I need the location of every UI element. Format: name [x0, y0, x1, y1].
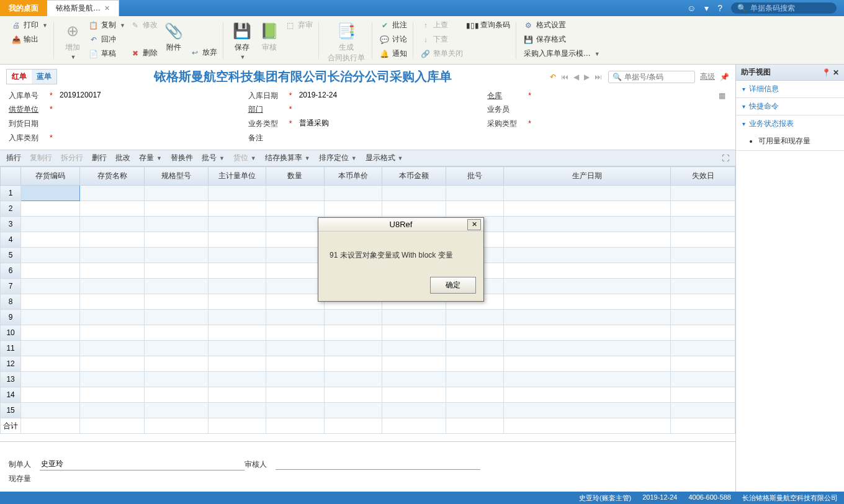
- grid-cell[interactable]: [21, 403, 80, 418]
- grid-cell[interactable]: [504, 279, 671, 294]
- gen-contract-button[interactable]: 📑生成 合同执行单: [324, 19, 369, 66]
- grid-cell[interactable]: [144, 263, 208, 279]
- notify-button[interactable]: 🔔通知: [377, 47, 410, 60]
- grid-cell[interactable]: [144, 294, 208, 310]
- dropdown-icon[interactable]: ▾: [704, 3, 709, 13]
- abandon-button[interactable]: ↩放弃: [187, 46, 220, 59]
- grid-cell[interactable]: [266, 294, 324, 310]
- grid-cell[interactable]: [144, 232, 208, 248]
- grid-cell[interactable]: [144, 310, 208, 325]
- grid-cell[interactable]: [21, 325, 80, 341]
- grid-cell[interactable]: [21, 372, 80, 387]
- col-proddate[interactable]: 生产日期: [504, 167, 671, 186]
- grid-cell[interactable]: [209, 279, 266, 294]
- nav-last-icon[interactable]: ⏭: [593, 71, 603, 83]
- top-search-box[interactable]: 🔍: [731, 2, 837, 14]
- grid-cell[interactable]: [671, 341, 735, 356]
- grid-cell[interactable]: [209, 387, 266, 403]
- table-row[interactable]: 12: [1, 356, 735, 372]
- grid-cell[interactable]: [382, 403, 446, 418]
- grid-cell[interactable]: [266, 217, 324, 232]
- receipt-cat-field[interactable]: [58, 132, 248, 143]
- row-number[interactable]: 12: [1, 356, 21, 372]
- grid-cell[interactable]: [21, 279, 80, 294]
- grid-cell[interactable]: [266, 232, 324, 248]
- grid-cell[interactable]: [382, 310, 446, 325]
- grid-cell[interactable]: [504, 310, 671, 325]
- col-spec[interactable]: 规格型号: [144, 167, 208, 186]
- col-code[interactable]: 存货编码: [21, 167, 80, 186]
- grid-cell[interactable]: [266, 372, 324, 387]
- grid-cell[interactable]: [144, 279, 208, 294]
- grid-cell[interactable]: [446, 356, 504, 372]
- grid-cell[interactable]: [144, 201, 208, 217]
- supplier-field[interactable]: [58, 104, 248, 115]
- receipt-date-field[interactable]: 2019-12-24: [298, 90, 488, 101]
- grid-cell[interactable]: [144, 217, 208, 232]
- delete-button[interactable]: ✖删除: [128, 47, 160, 60]
- display-template-select[interactable]: 采购入库单显示模…▼: [521, 47, 603, 60]
- table-row[interactable]: 13: [1, 372, 735, 387]
- grid-cell[interactable]: [144, 325, 208, 341]
- grid-cell[interactable]: [209, 403, 266, 418]
- grid-cell[interactable]: [209, 201, 266, 217]
- undo-red-button[interactable]: ↶回冲: [86, 33, 128, 46]
- grid-cell[interactable]: [671, 403, 735, 418]
- grid-cell[interactable]: [504, 248, 671, 263]
- grid-cell[interactable]: [80, 232, 144, 248]
- grid-cell[interactable]: [324, 325, 382, 341]
- grid-cell[interactable]: [446, 325, 504, 341]
- blue-doc-tab[interactable]: 蓝单: [32, 70, 56, 84]
- grid-cell[interactable]: [209, 248, 266, 263]
- col-amount[interactable]: 本币金额: [382, 167, 446, 186]
- grid-cell[interactable]: [21, 232, 80, 248]
- row-number[interactable]: 6: [1, 263, 21, 279]
- grid-cell[interactable]: [324, 387, 382, 403]
- grid-cell[interactable]: [504, 356, 671, 372]
- nav-undo-icon[interactable]: ↶: [549, 71, 557, 83]
- check-down-button[interactable]: ↓下查: [418, 33, 465, 46]
- save-button[interactable]: 💾保存▼: [228, 19, 256, 63]
- section-detail[interactable]: 详细信息: [736, 81, 844, 97]
- grid-cell[interactable]: [21, 341, 80, 356]
- auditor-field[interactable]: [276, 459, 480, 470]
- split-row-button[interactable]: 拆分行: [61, 153, 83, 163]
- pin-icon[interactable]: 📌: [720, 73, 729, 81]
- grid-cell[interactable]: [382, 186, 446, 201]
- grid-cell[interactable]: [266, 341, 324, 356]
- row-number[interactable]: 4: [1, 232, 21, 248]
- grid-cell[interactable]: [504, 263, 671, 279]
- grid-cell[interactable]: [266, 387, 324, 403]
- grid-cell[interactable]: [209, 263, 266, 279]
- col-expdate[interactable]: 失效日: [671, 167, 735, 186]
- grid-cell[interactable]: [671, 279, 735, 294]
- grid-cell[interactable]: [324, 310, 382, 325]
- grid-cell[interactable]: [671, 372, 735, 387]
- row-number[interactable]: 8: [1, 294, 21, 310]
- row-number[interactable]: 5: [1, 248, 21, 263]
- row-number[interactable]: 11: [1, 341, 21, 356]
- table-row[interactable]: 2: [1, 201, 735, 217]
- grid-cell[interactable]: [80, 201, 144, 217]
- grid-cell[interactable]: [382, 372, 446, 387]
- print-button[interactable]: 🖨打印▼: [9, 19, 50, 32]
- nav-prev-icon[interactable]: ◀: [572, 71, 580, 83]
- sort-button[interactable]: 排序定位▼: [319, 153, 357, 163]
- picker-icon[interactable]: ▦: [719, 91, 725, 100]
- discuss-button[interactable]: 💬讨论: [377, 33, 410, 46]
- grid-cell[interactable]: [446, 201, 504, 217]
- dialog-close-button[interactable]: ✕: [467, 219, 481, 230]
- row-number[interactable]: 13: [1, 372, 21, 387]
- grid-cell[interactable]: [266, 248, 324, 263]
- grid-cell[interactable]: [80, 372, 144, 387]
- grid-cell[interactable]: [144, 248, 208, 263]
- grid-cell[interactable]: [80, 294, 144, 310]
- table-row[interactable]: 15: [1, 403, 735, 418]
- grid-cell[interactable]: [266, 325, 324, 341]
- stock-button[interactable]: 存量▼: [139, 153, 162, 163]
- grid-cell[interactable]: [671, 232, 735, 248]
- grid-cell[interactable]: [671, 263, 735, 279]
- grid-cell[interactable]: [671, 325, 735, 341]
- col-unit[interactable]: 主计量单位: [209, 167, 266, 186]
- grid-cell[interactable]: [21, 263, 80, 279]
